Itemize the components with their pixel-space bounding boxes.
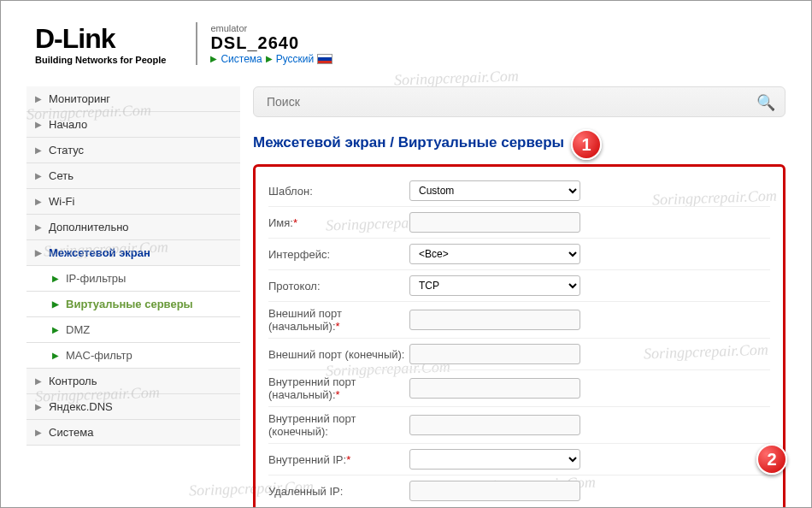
search-icon[interactable]: 🔍	[756, 93, 775, 112]
sidebar-item-control[interactable]: ▶Контроль	[26, 369, 240, 394]
flag-icon	[317, 54, 332, 64]
logo-text: D-Link	[35, 23, 166, 55]
annotation-badge-1: 1	[571, 129, 602, 160]
triangle-icon: ▶	[35, 402, 42, 411]
device-info: emulator DSL_2640 ▶ Система ▶ Русский	[210, 23, 332, 65]
logo: D-Link Building Networks for People	[35, 23, 166, 65]
sidebar-sub-virtualservers[interactable]: ▶Виртуальные серверы	[26, 292, 240, 317]
interface-label: Интерфейс:	[268, 248, 409, 261]
sidebar-label: Яндекс.DNS	[49, 400, 113, 413]
sidebar: ▶Мониторинг ▶Начало ▶Статус ▶Сеть ▶Wi-Fi…	[26, 86, 240, 508]
template-select[interactable]: Custom	[409, 180, 580, 201]
header: D-Link Building Networks for People emul…	[1, 1, 811, 78]
int-ip-label: Внутренний IP:*	[268, 453, 409, 466]
divider	[196, 22, 197, 65]
sidebar-label: Контроль	[49, 375, 97, 387]
sidebar-label: Виртуальные серверы	[66, 298, 193, 310]
triangle-icon: ▶	[35, 222, 42, 232]
search-input[interactable]	[253, 86, 786, 117]
search-wrap: 🔍	[253, 86, 786, 134]
remote-ip-label: Удаленный IP:	[268, 485, 409, 498]
ext-port-start-label: Внешний порт (начальный):*	[268, 307, 409, 333]
annotation-badge-2: 2	[756, 444, 787, 475]
sidebar-item-system[interactable]: ▶Система	[26, 420, 240, 446]
int-ip-select[interactable]	[409, 449, 580, 470]
form-area: Шаблон: Custom Имя:* Интерфейс: <Все> Пр…	[253, 164, 786, 508]
emulator-label: emulator	[210, 23, 332, 33]
triangle-icon: ▶	[52, 351, 59, 360]
sidebar-label: Статус	[49, 144, 84, 157]
sidebar-item-wifi[interactable]: ▶Wi-Fi	[26, 189, 240, 215]
triangle-icon: ▶	[35, 94, 42, 103]
breadcrumb-lang[interactable]: Русский	[276, 53, 315, 65]
ext-port-end-label: Внешний порт (конечный):	[268, 348, 409, 361]
name-label: Имя:*	[268, 216, 409, 229]
logo-subtitle: Building Networks for People	[35, 55, 166, 65]
int-port-start-input[interactable]	[409, 378, 580, 399]
sidebar-label: Система	[49, 426, 93, 439]
sidebar-item-advanced[interactable]: ▶Дополнительно	[26, 215, 240, 240]
triangle-icon: ▶	[35, 145, 42, 155]
sidebar-item-status[interactable]: ▶Статус	[26, 138, 240, 163]
sidebar-item-start[interactable]: ▶Начало	[26, 112, 240, 138]
sidebar-item-firewall[interactable]: ▶Межсетевой экран	[26, 240, 240, 266]
triangle-icon: ▶	[35, 120, 42, 129]
sidebar-label: IP-фильтры	[66, 272, 126, 285]
triangle-icon: ▶	[52, 325, 59, 334]
sidebar-label: MAC-фильтр	[66, 349, 132, 362]
main-content: 🔍 Межсетевой экран / Виртуальные серверы…	[253, 86, 786, 508]
breadcrumb-system[interactable]: Система	[221, 53, 262, 65]
sidebar-label: DMZ	[66, 323, 90, 336]
int-port-start-label: Внутренний порт (начальный):*	[268, 375, 409, 401]
sidebar-sub-dmz[interactable]: ▶DMZ	[26, 317, 240, 343]
model-label: DSL_2640	[210, 33, 332, 53]
sidebar-sub-ipfilters[interactable]: ▶IP-фильтры	[26, 266, 240, 292]
triangle-icon: ▶	[35, 428, 42, 437]
arrow-icon: ▶	[210, 54, 217, 63]
interface-select[interactable]: <Все>	[409, 244, 580, 264]
sidebar-label: Дополнительно	[49, 221, 129, 233]
triangle-icon: ▶	[35, 376, 42, 386]
triangle-icon: ▶	[35, 197, 42, 206]
sidebar-item-network[interactable]: ▶Сеть	[26, 163, 240, 189]
breadcrumb: ▶ Система ▶ Русский	[210, 53, 332, 65]
sidebar-label: Сеть	[49, 169, 74, 182]
triangle-icon: ▶	[35, 171, 42, 180]
protocol-select[interactable]: TCP	[409, 275, 580, 296]
sidebar-label: Мониторинг	[49, 92, 110, 105]
name-input[interactable]	[409, 212, 580, 233]
sidebar-label: Начало	[49, 118, 87, 131]
template-label: Шаблон:	[268, 185, 409, 198]
sidebar-item-yandexdns[interactable]: ▶Яндекс.DNS	[26, 394, 240, 420]
triangle-icon: ▶	[52, 274, 59, 283]
protocol-label: Протокол:	[268, 280, 409, 292]
triangle-icon: ▶	[35, 248, 42, 257]
page-title: Межсетевой экран / Виртуальные серверы	[253, 134, 786, 151]
sidebar-sub-macfilter[interactable]: ▶MAC-фильтр	[26, 343, 240, 369]
int-port-end-input[interactable]	[409, 415, 580, 435]
int-port-end-label: Внутренний порт (конечный):	[268, 412, 409, 438]
sidebar-label: Wi-Fi	[49, 195, 74, 208]
sidebar-label: Межсетевой экран	[49, 246, 150, 259]
triangle-icon: ▶	[52, 299, 59, 309]
ext-port-end-input[interactable]	[409, 344, 580, 364]
arrow-icon: ▶	[266, 54, 273, 63]
sidebar-item-monitoring[interactable]: ▶Мониторинг	[26, 86, 240, 112]
ext-port-start-input[interactable]	[409, 310, 580, 330]
remote-ip-input[interactable]	[409, 481, 580, 501]
